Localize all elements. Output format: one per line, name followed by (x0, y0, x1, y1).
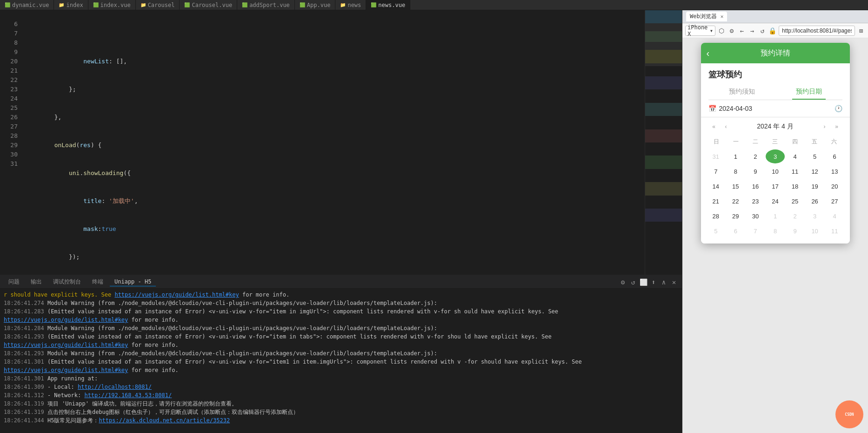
cal-day-9[interactable]: 9 (746, 164, 765, 178)
browser-tab-web[interactable]: Web浏览器 ✕ (686, 12, 727, 21)
panel-tab-debug[interactable]: 调试控制台 (48, 277, 86, 287)
cal-day-7[interactable]: 7 (707, 164, 726, 178)
browser-back-btn[interactable]: ← (738, 26, 746, 36)
cal-day-18[interactable]: 18 (786, 179, 805, 193)
cal-day-31-prev[interactable]: 31 (707, 149, 726, 163)
cal-day-30[interactable]: 30 (746, 209, 765, 223)
panel-tab-terminal[interactable]: 终端 (87, 277, 108, 287)
cal-day-26[interactable]: 26 (805, 194, 824, 208)
cal-day-28[interactable]: 28 (707, 209, 726, 223)
cal-prev-year[interactable]: « (708, 121, 720, 132)
cal-day-1-next[interactable]: 1 (766, 209, 785, 223)
tab-index-vue[interactable]: 🟩 index.vue (88, 0, 136, 10)
tab-carousel-vue[interactable]: 🟩 Carousel.vue (180, 0, 237, 10)
app-tab-date[interactable]: 预约日期 (775, 84, 842, 100)
calendar-title: 2024 年 4 月 (757, 122, 794, 131)
browser-forward-btn[interactable]: → (748, 26, 756, 36)
app-back-button[interactable]: ‹ (707, 48, 710, 59)
log-link-1[interactable]: https://vuejs.org/guide/list.html#key (114, 291, 239, 298)
browser-external-icon[interactable]: ⬡ (717, 26, 726, 36)
browser-grid-icon[interactable]: ⊞ (857, 26, 865, 36)
cal-day-29[interactable]: 29 (726, 209, 745, 223)
log-link-3[interactable]: https://vuejs.org/guide/list.html#key (4, 342, 128, 348)
build-icon[interactable]: ⚙ (619, 278, 627, 286)
tab-news-vue[interactable]: 🟩 news.vue (366, 0, 410, 10)
cal-day-5[interactable]: 5 (805, 149, 824, 163)
log-link-4[interactable]: https://vuejs.org/guide/list.html#key (4, 367, 128, 373)
refresh-icon[interactable]: ↺ (629, 278, 637, 286)
cal-day-10[interactable]: 10 (766, 164, 785, 178)
browser-reload-btn[interactable]: ↺ (758, 26, 767, 36)
date-picker-bar[interactable]: 📅 2024-04-03 🕐 (701, 100, 850, 117)
cal-day-21[interactable]: 21 (707, 194, 726, 208)
calendar: « ‹ 2024 年 4 月 › » 日 (701, 117, 850, 244)
cal-day-14[interactable]: 14 (707, 179, 726, 193)
tab-index[interactable]: 📁 index (54, 0, 88, 10)
calendar-header: « ‹ 2024 年 4 月 › » (707, 117, 844, 136)
panel-tab-problems[interactable]: 问题 (4, 277, 24, 287)
log-link-network[interactable]: http://192.168.43.53:8081/ (84, 392, 172, 399)
main-layout: 6 7 8 9 20 21 22 23 24 25 26 27 28 29 30… (0, 10, 868, 433)
cal-day-27[interactable]: 27 (825, 194, 844, 208)
cal-day-15[interactable]: 15 (726, 179, 745, 193)
cal-day-19[interactable]: 19 (805, 179, 824, 193)
cal-day-6-next[interactable]: 6 (726, 224, 745, 238)
tab-app-vue[interactable]: 🟩 App.vue (295, 0, 336, 10)
cal-day-3[interactable]: 3 (766, 149, 785, 163)
code-content[interactable]: newList: [], }; }, onLoad(res) { uni.sho… (23, 10, 645, 275)
cal-day-8-next[interactable]: 8 (766, 224, 785, 238)
tab-news-folder[interactable]: 📁 news (335, 0, 366, 10)
cal-day-2[interactable]: 2 (746, 149, 765, 163)
cal-next-month[interactable]: › (819, 121, 830, 132)
cal-day-24[interactable]: 24 (766, 194, 785, 208)
cal-day-1[interactable]: 1 (726, 149, 745, 163)
window-icon[interactable]: ⬜ (639, 278, 648, 286)
app-header-title: 预约详情 (761, 48, 790, 58)
cal-day-11[interactable]: 11 (786, 164, 805, 178)
log-link-local[interactable]: http://localhost:8081/ (78, 384, 152, 390)
panel-tab-uniapp[interactable]: Uniapp - H5 (110, 277, 156, 286)
cal-day-12[interactable]: 12 (805, 164, 824, 178)
external-icon[interactable]: ⬆ (649, 278, 658, 286)
cal-day-10-next[interactable]: 10 (805, 224, 824, 238)
cal-day-7-next[interactable]: 7 (746, 224, 765, 238)
cal-day-5-next[interactable]: 5 (707, 224, 726, 238)
cal-day-3-next[interactable]: 3 (805, 209, 824, 223)
cal-day-20[interactable]: 20 (825, 179, 844, 193)
collapse-icon[interactable]: ∧ (660, 278, 668, 286)
tab-dynamic-vue[interactable]: 🟩 dynamic.vue (0, 0, 54, 10)
close-panel-icon[interactable]: ✕ (670, 278, 678, 286)
cal-day-9-next[interactable]: 9 (786, 224, 805, 238)
panel-tab-output[interactable]: 输出 (26, 277, 47, 287)
cal-day-6[interactable]: 6 (825, 149, 844, 163)
browser-url-input[interactable] (779, 26, 855, 36)
cal-day-23[interactable]: 23 (746, 194, 765, 208)
log-link-2[interactable]: https://vuejs.org/guide/list.html#key (4, 317, 128, 323)
cal-day-8[interactable]: 8 (726, 164, 745, 178)
browser-tab-close[interactable]: ✕ (721, 14, 724, 20)
cal-day-16[interactable]: 16 (746, 179, 765, 193)
vue-icon3: 🟩 (184, 2, 190, 7)
app-tab-notice[interactable]: 预约须知 (708, 84, 775, 100)
cal-day-22[interactable]: 22 (726, 194, 745, 208)
cal-weekdays: 日 一 二 三 四 五 六 (707, 136, 844, 148)
device-selector[interactable]: iPhone X ▾ (685, 26, 715, 36)
cal-day-17[interactable]: 17 (766, 179, 785, 193)
app-tabs: 预约须知 预约日期 (708, 84, 842, 100)
tab-carousel-folder[interactable]: 📁 Carousel (136, 0, 180, 10)
cal-prev-month[interactable]: ‹ (721, 121, 732, 132)
cal-day-13[interactable]: 13 (825, 164, 844, 178)
cal-day-2-next[interactable]: 2 (786, 209, 805, 223)
cal-next-year[interactable]: » (831, 121, 842, 132)
cal-day-25[interactable]: 25 (786, 194, 805, 208)
cal-day-11-next[interactable]: 11 (825, 224, 844, 238)
code-editor: 6 7 8 9 20 21 22 23 24 25 26 27 28 29 30… (0, 10, 682, 275)
cal-day-4-next[interactable]: 4 (825, 209, 844, 223)
cal-day-4[interactable]: 4 (786, 149, 805, 163)
app-header: ‹ 预约详情 (701, 43, 850, 63)
log-link-h5[interactable]: https://ask.dcloud.net.cn/article/35232 (99, 417, 230, 424)
device-dropdown-icon: ▾ (710, 27, 713, 34)
tab-addsport-vue[interactable]: 🟩 addSport.vue (237, 0, 295, 10)
minimap-slider[interactable] (645, 10, 682, 66)
browser-settings-icon[interactable]: ⚙ (728, 26, 736, 36)
